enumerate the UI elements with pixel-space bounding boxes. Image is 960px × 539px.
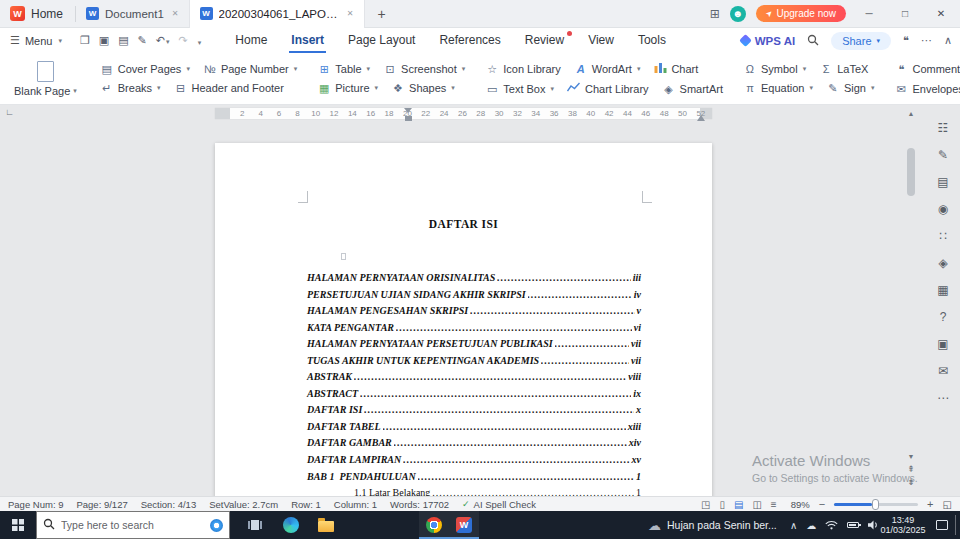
seal-icon[interactable]: ◉	[931, 195, 955, 222]
ruler[interactable]: ∟ 24681012141618202224262830323436384042…	[0, 105, 960, 122]
view-print-layout-icon[interactable]: ▤	[734, 499, 743, 510]
ribbon-button-chart-library[interactable]: Chart Library	[562, 80, 654, 97]
format-painter-icon[interactable]: ✎	[138, 34, 147, 47]
start-button[interactable]	[0, 511, 36, 539]
battery-icon[interactable]	[847, 522, 859, 528]
ribbon-button-smartart[interactable]: ◈SmartArt	[657, 81, 728, 97]
taskbar-search-input[interactable]	[61, 519, 204, 531]
customize-toolbar-icon[interactable]: ▾	[197, 35, 202, 47]
scrollbar-track[interactable]	[905, 120, 917, 451]
taskbar-app-edge[interactable]	[276, 511, 306, 539]
status-page[interactable]: Page: 9/127	[76, 499, 127, 510]
view-read-icon[interactable]: ▯	[719, 499, 725, 510]
undo-icon[interactable]: ↶▾	[156, 34, 170, 47]
tab-references[interactable]: References	[427, 28, 512, 53]
wps-ai-button[interactable]: WPS AI	[741, 35, 795, 47]
zoom-slider-handle[interactable]	[872, 499, 879, 510]
ribbon-button-header-footer[interactable]: ⊟Header and Footer	[169, 80, 289, 96]
tab-home[interactable]: Home	[223, 28, 279, 53]
upgrade-button[interactable]: ➤ Upgrade now	[756, 5, 846, 22]
status-set-value[interactable]: SetValue: 2.7cm	[209, 499, 278, 510]
print-icon[interactable]: ▤	[118, 34, 128, 47]
ribbon-button-envelopes[interactable]: ✉Envelopes	[889, 81, 960, 97]
maximize-button[interactable]: □	[892, 8, 918, 19]
ribbon-button-table[interactable]: ⊞Table▾	[312, 61, 375, 77]
task-view-button[interactable]	[240, 511, 270, 539]
scrollbar-thumb[interactable]	[907, 148, 915, 196]
document-tab-1[interactable]: W Document1 ✕	[76, 0, 190, 28]
status-column[interactable]: Column: 1	[334, 499, 377, 510]
ribbon-button-chart[interactable]: Chart	[648, 60, 703, 77]
view-outline-icon[interactable]: ≡	[771, 499, 777, 510]
view-web-layout-icon[interactable]: ◫	[752, 499, 761, 510]
cortana-icon[interactable]	[210, 519, 223, 532]
vertical-scrollbar[interactable]: ▲ ▼ ⇞ ⇟	[905, 108, 917, 489]
fit-page-icon[interactable]: ◱	[943, 499, 952, 510]
ribbon-button-icon-library[interactable]: ☆Icon Library	[480, 61, 565, 77]
taskbar-clock[interactable]: 13:49 01/03/2025	[878, 511, 928, 539]
scroll-down-icon[interactable]: ▼	[905, 451, 917, 463]
close-tab-icon[interactable]: ✕	[170, 7, 181, 20]
hidden-icons-chevron[interactable]: ∧	[790, 520, 797, 531]
wps-home-button[interactable]: W Home	[0, 0, 75, 28]
feedback-icon[interactable]: ✉	[931, 357, 955, 384]
ribbon-button-shapes[interactable]: ❖Shapes▾	[386, 80, 460, 96]
show-desktop-button[interactable]	[955, 515, 960, 535]
ribbon-button-screenshot[interactable]: ⊡Screenshot▾	[378, 61, 470, 77]
open-file-icon[interactable]: ❐	[80, 34, 90, 47]
ribbon-button-symbol[interactable]: ΩSymbol▾	[738, 61, 811, 77]
minimize-button[interactable]: ─	[856, 8, 882, 19]
snapshot-icon[interactable]: ▣	[931, 330, 955, 357]
new-tab-button[interactable]: +	[371, 4, 393, 24]
grid-panel-icon[interactable]: ▦	[931, 276, 955, 303]
edit-pen-icon[interactable]: ✎	[931, 141, 955, 168]
status-words[interactable]: Words: 17702	[390, 499, 449, 510]
properties-icon[interactable]: ☷	[931, 114, 955, 141]
ribbon-button-wordart[interactable]: AWordArt▾	[569, 61, 646, 77]
user-avatar[interactable]: ☻	[730, 6, 746, 22]
ribbon-button-latex[interactable]: ΣLaTeX	[814, 61, 873, 77]
tools-icon[interactable]: ∷	[931, 222, 955, 249]
view-fullscreen-icon[interactable]: ◳	[701, 499, 710, 510]
next-page-button[interactable]: ⇟	[905, 476, 917, 489]
shapes-panel-icon[interactable]: ◈	[931, 249, 955, 276]
close-button[interactable]: ✕	[928, 8, 954, 19]
collapse-ribbon-icon[interactable]: ∧	[944, 34, 952, 47]
close-tab-icon[interactable]: ✕	[345, 7, 356, 20]
ribbon-button-sign[interactable]: ✎Sign▾	[821, 80, 880, 96]
redo-icon[interactable]: ↷	[179, 34, 188, 47]
taskbar-app-chrome[interactable]	[419, 511, 449, 539]
ribbon-button-breaks[interactable]: ↵Breaks▾	[95, 80, 166, 96]
ribbon-button-text-box[interactable]: ▭Text Box▾	[480, 81, 559, 97]
spell-check-button[interactable]: ✓ AI Spell Check	[462, 499, 536, 510]
help-icon[interactable]: ?	[931, 303, 955, 330]
search-icon[interactable]	[807, 34, 819, 48]
notes-icon[interactable]: ▤	[931, 168, 955, 195]
zoom-in-button[interactable]: +	[927, 498, 933, 510]
save-icon[interactable]: ▣	[99, 34, 109, 47]
right-indent-marker[interactable]	[697, 115, 705, 121]
hanging-indent-marker[interactable]	[405, 116, 412, 121]
previous-page-button[interactable]: ⇞	[905, 463, 917, 476]
tab-tools[interactable]: Tools	[626, 28, 678, 53]
document-page[interactable]: DAFTAR ISI HALAMAN PERNYATAAN ORISINALIT…	[215, 143, 712, 496]
ribbon-button-comment[interactable]: ❝Comment	[889, 61, 960, 77]
document-tab-2[interactable]: W 20200304061_LAPORAN SKRIP... ✕	[190, 0, 365, 28]
tab-review[interactable]: Review	[513, 28, 576, 53]
zoom-out-button[interactable]: −	[819, 498, 825, 510]
zoom-percent[interactable]: 89%	[786, 499, 810, 510]
ribbon-button-picture[interactable]: ▦Picture▾	[312, 80, 383, 96]
onedrive-cloud-icon[interactable]: ☁	[806, 520, 816, 531]
zoom-slider[interactable]	[834, 503, 918, 506]
ruler-strip[interactable]: 2468101214161820222426283032343638404244…	[215, 108, 712, 119]
more-tools-icon[interactable]: ⋯	[931, 384, 955, 411]
first-line-indent-marker[interactable]	[404, 108, 412, 113]
status-section[interactable]: Section: 4/13	[141, 499, 196, 510]
ribbon-button-equation[interactable]: πEquation▾	[738, 80, 818, 96]
taskbar-app-file-explorer[interactable]	[311, 511, 341, 539]
comment-icon[interactable]: ❝	[903, 34, 909, 47]
workspace-grid-icon[interactable]: ⊞	[710, 7, 720, 21]
menu-button[interactable]: ☰ Menu ▾	[0, 34, 72, 47]
taskbar-weather[interactable]: ☁ Hujan pada Senin ber...	[648, 511, 777, 539]
tab-insert[interactable]: Insert	[279, 28, 336, 53]
